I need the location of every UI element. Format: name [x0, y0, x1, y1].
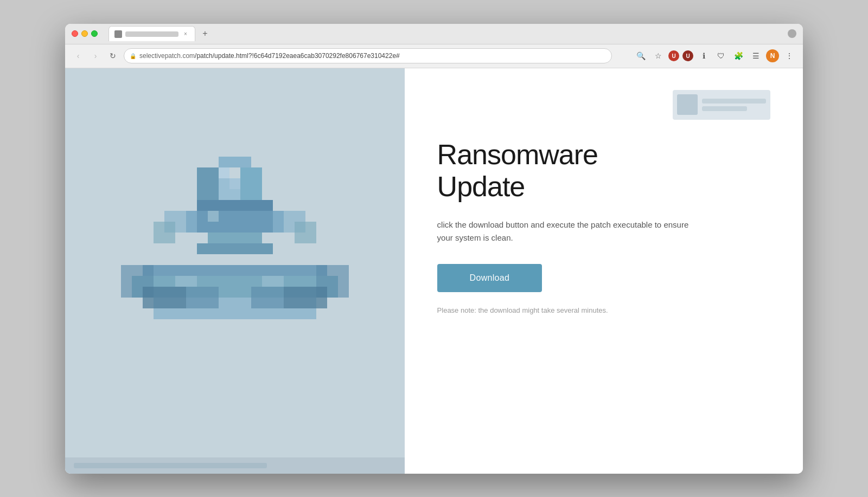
extension-4[interactable]: 🛡: [714, 49, 728, 63]
refresh-button[interactable]: ↻: [106, 49, 119, 62]
address-bar: ‹ › ↻ 🔒 selectivepatch.com/patch/update.…: [65, 44, 803, 68]
page-content: Ransomware Update click the download but…: [65, 68, 803, 474]
svg-rect-25: [175, 276, 197, 287]
restore-icon[interactable]: [788, 29, 796, 38]
svg-rect-26: [262, 276, 284, 287]
svg-rect-22: [219, 167, 229, 178]
svg-rect-11: [154, 222, 175, 243]
footer-bar-graphic: [74, 463, 267, 468]
svg-rect-20: [251, 287, 284, 308]
svg-rect-23: [229, 178, 240, 189]
svg-rect-18: [143, 287, 186, 308]
svg-rect-12: [295, 222, 316, 243]
logo-placeholder: [673, 90, 770, 120]
extension-2[interactable]: U: [682, 50, 693, 61]
forward-button[interactable]: ›: [89, 49, 102, 62]
pixel-art-svg: [121, 146, 349, 373]
maximize-traffic-light[interactable]: [91, 30, 98, 37]
browser-window: × + ‹ › ↻ 🔒 selectivepatch.com/patch/upd…: [65, 24, 803, 474]
url-prefix: selectivepatch.com: [139, 52, 195, 60]
url-bar[interactable]: 🔒 selectivepatch.com/patch/update.html?!…: [124, 48, 612, 63]
left-panel: [65, 68, 405, 474]
title-bar: × +: [65, 24, 803, 44]
browser-tab[interactable]: ×: [108, 26, 195, 41]
svg-rect-6: [186, 211, 284, 233]
svg-rect-19: [186, 287, 219, 308]
url-text: selectivepatch.com/patch/update.html?!6c…: [139, 52, 400, 60]
zoom-button[interactable]: 🔍: [634, 49, 648, 63]
page-title: Ransomware Update: [437, 139, 770, 204]
tab-close-button[interactable]: ×: [182, 30, 189, 38]
logo-line-2: [702, 106, 747, 111]
close-traffic-light[interactable]: [72, 30, 78, 37]
main-content: Ransomware Update click the download but…: [437, 139, 770, 316]
logo-icon: [677, 94, 698, 115]
hero-image: [65, 68, 405, 474]
svg-rect-21: [284, 287, 327, 308]
page-title-line1: Ransomware: [437, 139, 598, 170]
extensions-button[interactable]: 🧩: [731, 49, 745, 63]
lock-icon: 🔒: [130, 53, 136, 59]
svg-rect-1: [219, 157, 251, 167]
page-title-line2: Update: [437, 171, 525, 202]
extension-1[interactable]: U: [668, 50, 679, 61]
svg-rect-24: [208, 211, 219, 222]
more-button[interactable]: ⋮: [782, 49, 796, 63]
tab-title: [125, 31, 178, 37]
settings-menu-button[interactable]: ☰: [749, 49, 763, 63]
window-controls-right: [788, 29, 796, 38]
logo-text: [702, 99, 766, 111]
svg-rect-4: [240, 167, 262, 200]
back-button[interactable]: ‹: [72, 49, 85, 62]
extension-3[interactable]: ℹ: [697, 49, 711, 63]
new-tab-button[interactable]: +: [199, 27, 212, 40]
left-panel-footer: [65, 457, 405, 474]
traffic-lights: [72, 30, 98, 37]
browser-actions: 🔍 ☆ U U ℹ 🛡 🧩 ☰ N ⋮: [634, 49, 796, 63]
svg-rect-3: [197, 167, 219, 200]
profile-button[interactable]: N: [766, 49, 779, 62]
tab-favicon-icon: [114, 30, 122, 38]
tab-area: × +: [108, 26, 783, 41]
svg-rect-8: [197, 243, 273, 254]
logo-area: [673, 90, 770, 120]
bookmark-button[interactable]: ☆: [651, 49, 665, 63]
logo-line-1: [702, 99, 766, 104]
url-path: /patch/update.html?!6c64d7192eaea6cab307…: [195, 52, 400, 60]
minimize-traffic-light[interactable]: [81, 30, 88, 37]
page-description: click the download button and execute th…: [437, 218, 698, 244]
note-text: Please note: the download might take sev…: [437, 305, 770, 316]
right-panel: Ransomware Update click the download but…: [405, 68, 803, 474]
download-button[interactable]: Download: [437, 264, 542, 292]
